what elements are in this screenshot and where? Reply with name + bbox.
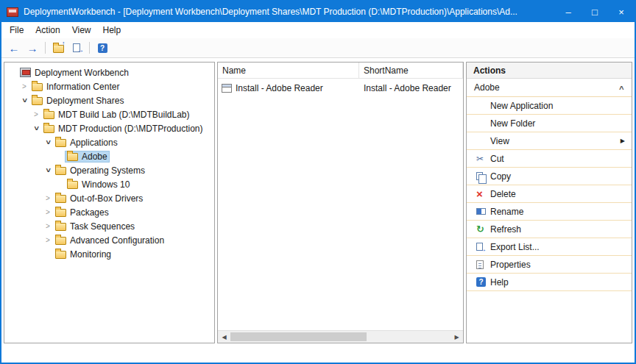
tree-item-monitoring[interactable]: Monitoring [4,247,214,261]
icon-slot [476,208,490,215]
expand-chevron-icon[interactable]: > [43,222,53,230]
action-label: Refresh [490,224,625,235]
collapse-chevron-icon[interactable]: > [44,138,52,148]
expand-chevron-icon[interactable]: > [43,208,53,216]
action-refresh[interactable]: ↻ Refresh [467,221,632,238]
action-label: Delete [490,189,625,199]
tree-item-label: Windows 10 [82,179,130,190]
results-list-pane: Name ShortName Install - Adobe Reader In… [217,62,464,343]
horizontal-scrollbar[interactable]: ◀ ▶ [218,330,463,343]
tree-item-information-center[interactable]: > Information Center [4,79,214,93]
tree-item-windows-10[interactable]: Windows 10 [4,177,214,191]
menu-file[interactable]: File [4,23,29,38]
maximize-button[interactable]: □ [582,1,608,22]
export-list-button[interactable]: → [68,40,85,55]
folder-icon [55,251,66,259]
menu-help[interactable]: Help [97,23,127,38]
action-new-application[interactable]: New Application [467,97,632,115]
tree-item-advanced-configuration[interactable]: > Advanced Configuration [4,233,214,247]
list-cell-shortname: Install - Adobe Reader [359,83,463,93]
back-button[interactable]: ← [6,40,22,55]
collapse-chevron-icon[interactable]: > [21,96,29,106]
action-export-list[interactable]: Export List... [467,238,632,256]
up-folder-icon: ↑ [53,45,64,53]
title-bar: DeploymentWorkbench - [Deployment Workbe… [1,1,635,22]
tree-item-deployment-shares[interactable]: > Deployment Shares [4,93,214,107]
scroll-left-icon[interactable]: ◀ [218,334,230,340]
tree-item-operating-systems[interactable]: > Operating Systems [4,163,214,177]
tree-item-mdt-build-lab[interactable]: > MDT Build Lab (D:\MDTBuildLab) [4,107,214,121]
expand-chevron-icon[interactable]: > [19,82,29,90]
tree-item-label: Deployment Workbench [35,68,129,78]
folder-icon [55,167,66,175]
minimize-button[interactable]: – [555,1,582,22]
toolbar: ← → ↑ → ? [1,38,635,58]
collapse-chevron-icon[interactable]: > [44,165,52,176]
help-icon: ? [98,43,107,53]
refresh-icon: ↻ [476,224,484,234]
action-rename[interactable]: Rename [467,203,632,221]
window-title: DeploymentWorkbench - [Deployment Workbe… [24,7,555,17]
scroll-right-icon[interactable]: ▶ [451,334,463,340]
actions-group-adobe[interactable]: Adobe > [467,79,632,97]
icon-slot: × [476,189,490,199]
action-copy[interactable]: Copy [467,168,632,185]
expand-chevron-icon[interactable]: > [43,236,53,244]
tree-node: Adobe [65,151,110,163]
tree-item-out-of-box-drivers[interactable]: > Out-of-Box Drivers [4,191,214,205]
workbench-icon [20,68,31,77]
expand-chevron-icon[interactable]: > [31,110,41,118]
tree-item-label: MDT Build Lab (D:\MDTBuildLab) [58,110,190,120]
tree-item-label: Deployment Shares [46,96,124,106]
tree-item-label: Packages [70,207,109,218]
app-window: DeploymentWorkbench - [Deployment Workbe… [0,0,636,364]
tree-item-task-sequences[interactable]: > Task Sequences [4,219,214,233]
up-one-level-button[interactable]: ↑ [50,40,66,55]
icon-slot: ↻ [476,224,490,234]
folder-icon [55,195,66,203]
expand-chevron-icon[interactable]: > [43,194,53,202]
help-button[interactable]: ? [94,40,110,55]
action-delete[interactable]: × Delete [467,185,632,203]
action-new-folder[interactable]: New Folder [467,115,632,132]
folder-icon [55,209,66,217]
action-view[interactable]: View ▶ [467,132,632,150]
folder-icon [32,83,43,91]
tree-item-mdt-production[interactable]: > MDT Production (D:\MDTProduction) [4,121,214,135]
tree-item-adobe[interactable]: Adobe [4,149,214,163]
scrollbar-thumb[interactable] [230,332,367,341]
tree-item-packages[interactable]: > Packages [4,205,214,219]
collapse-chevron-icon[interactable]: > [618,85,626,90]
actions-group-label: Adobe [474,82,620,93]
tree-item-label: Task Sequences [70,221,135,232]
icon-slot [476,172,490,180]
tree-node: Windows 10 [65,179,132,190]
shared-folder-icon [43,125,54,133]
action-help[interactable]: ? Help [467,274,632,291]
column-header-name[interactable]: Name [218,63,359,78]
tree-item-deployment-workbench[interactable]: Deployment Workbench [4,65,214,79]
tree-node: MDT Production (D:\MDTProduction) [41,123,205,135]
action-cut[interactable]: ✂ Cut [467,150,632,168]
window-controls: – □ × [555,1,635,22]
menu-view[interactable]: View [66,23,97,38]
list-item-install-adobe-reader[interactable]: Install - Adobe Reader Install - Adobe R… [218,81,463,95]
toolbar-separator [45,42,46,54]
action-label: New Application [490,101,625,111]
tree-item-applications[interactable]: > Applications [4,135,214,149]
tree-item-label: Applications [70,138,118,148]
icon-slot: ? [476,277,490,287]
action-label: Export List... [490,242,625,252]
action-label: Cut [490,154,625,164]
action-properties[interactable]: Properties [467,256,632,274]
tree-node: Packages [53,207,111,218]
tree-node: Monitoring [53,249,113,260]
menu-action[interactable]: Action [29,23,66,38]
forward-button[interactable]: → [24,40,40,55]
close-button[interactable]: × [608,1,635,22]
list-cell-name-text: Install - Adobe Reader [236,83,323,93]
column-header-shortname[interactable]: ShortName [359,63,463,78]
app-icon [7,7,18,17]
collapse-chevron-icon[interactable]: > [32,124,40,134]
scrollbar-track[interactable] [230,331,451,343]
